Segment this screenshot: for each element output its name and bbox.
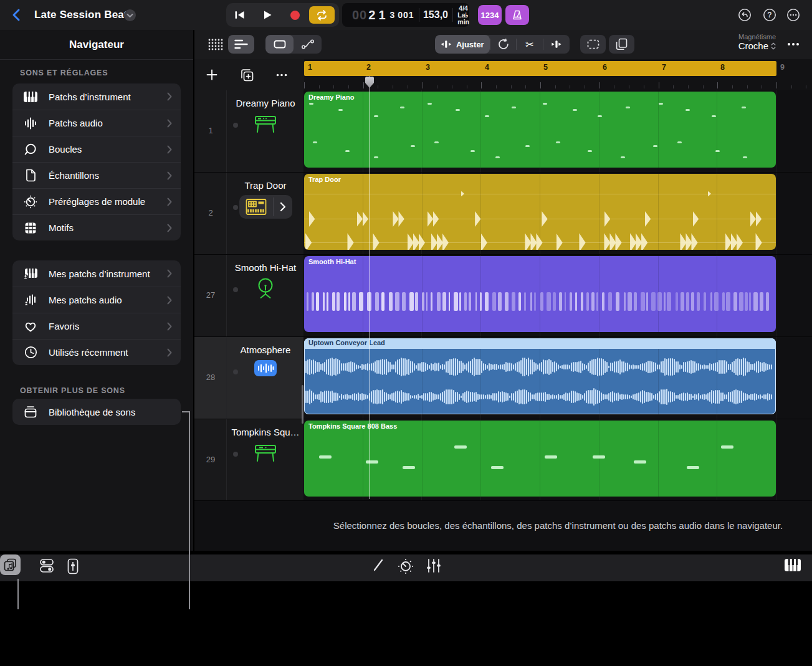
browser-icon <box>3 558 17 572</box>
open-instrument-chevron[interactable] <box>274 199 292 215</box>
copy-icon <box>616 38 628 50</box>
cycle-range[interactable] <box>304 61 776 76</box>
play-button[interactable] <box>254 3 281 27</box>
metronome-button[interactable] <box>505 5 529 25</box>
sidebar-title: Navigateur <box>0 39 193 51</box>
smart-controls-button[interactable] <box>40 558 54 573</box>
undo-button[interactable] <box>738 8 752 22</box>
keyboard-button[interactable] <box>784 558 801 572</box>
lcd-division: 3 <box>390 10 396 20</box>
snap-value: Croche <box>738 40 768 51</box>
marquee-select-button[interactable] <box>580 35 606 54</box>
go-to-beginning-button[interactable] <box>226 3 254 27</box>
track-number: 29 <box>194 455 227 464</box>
track-number: 28 <box>194 373 227 382</box>
audio-track-icon <box>227 359 303 377</box>
file-icon <box>21 169 40 182</box>
track-lanes: 1 Dreamy Piano Dreamy Piano 2 Trap Door <box>194 90 812 500</box>
sidebar-item-my-audio-patches[interactable]: Mes patchs audio <box>12 287 181 313</box>
item-label: Utilisés récemment <box>49 347 167 358</box>
track-number: 27 <box>194 290 227 300</box>
automation-mode-button[interactable] <box>294 35 322 54</box>
trim-tool-button[interactable]: Ajuster <box>435 35 490 54</box>
divide-tool-button[interactable] <box>543 35 570 54</box>
track-list-scrollbar[interactable] <box>302 385 303 424</box>
mixer-button[interactable] <box>426 558 441 573</box>
track-name: Dreamy Piano <box>227 98 303 108</box>
sidebar-item-plugin-presets[interactable]: Préréglages de module <box>12 188 181 214</box>
track-number: 1 <box>194 126 227 135</box>
lcd-bar: 2 <box>368 8 377 22</box>
add-track-button[interactable] <box>194 69 229 80</box>
sidebar-item-audio-patches[interactable]: Patchs audio <box>12 110 181 136</box>
sidebar-item-recently-used[interactable]: Utilisés récemment <box>12 339 181 365</box>
callout-line-browser-button <box>17 579 19 609</box>
track-list-more-button[interactable] <box>264 74 299 77</box>
region-trap-door[interactable]: Trap Door <box>304 174 776 250</box>
track-header-tompkins-square[interactable]: 29 Tompkins Squ… <box>194 419 303 501</box>
bar-number: 2 <box>366 63 371 72</box>
bar-ruler[interactable]: 1 2 3 4 5 6 7 8 9 <box>304 59 812 90</box>
divide-icon <box>551 39 562 49</box>
copy-button[interactable] <box>609 35 634 54</box>
track-view-button[interactable] <box>228 35 254 54</box>
drum-machine-button[interactable] <box>227 195 303 219</box>
drum-machine-icon <box>239 195 273 219</box>
regions-mode-button[interactable] <box>265 35 294 54</box>
trim-tool-label: Ajuster <box>456 40 484 49</box>
region-label: Uptown Conveyor Lead <box>308 339 385 346</box>
back-button[interactable] <box>10 7 25 22</box>
item-label: Bibliothèque de sons <box>49 407 181 417</box>
line-tool-icon <box>373 558 384 572</box>
more-options-button[interactable] <box>786 8 800 22</box>
loop-tool-button[interactable] <box>490 35 517 54</box>
knob-panel-button[interactable] <box>398 558 414 574</box>
project-title[interactable]: Late Session Beat <box>34 9 128 21</box>
track-number-column: 2 <box>194 173 227 254</box>
record-button[interactable] <box>281 3 308 27</box>
snap-control[interactable]: Magnétisme Croche <box>738 33 776 51</box>
count-in-button[interactable]: 1234 <box>478 5 502 25</box>
duplicate-track-button[interactable] <box>229 69 264 82</box>
sidebar-item-instrument-patches[interactable]: Patchs d’instrument <box>12 83 181 110</box>
region-uptown-conveyor-lead[interactable]: Uptown Conveyor Lead <box>304 338 776 414</box>
sidebar-item-my-instrument-patches[interactable]: Mes patchs d’instrument <box>12 260 181 287</box>
sidebar-item-sound-library[interactable]: Bibliothèque de sons <box>12 399 181 425</box>
chevron-up-down-icon <box>771 42 776 50</box>
fader-button[interactable] <box>67 558 79 574</box>
toolbar-more-button[interactable] <box>783 35 803 54</box>
sidebar-item-loops[interactable]: Boucles <box>12 136 181 162</box>
track-name: Smooth Hi-Hat <box>227 262 303 273</box>
my-patches-card: Mes patchs d’instrument Mes patchs audio… <box>12 260 181 365</box>
sidebar-item-favorites[interactable]: Favoris <box>12 313 181 339</box>
cycle-button[interactable] <box>309 6 335 24</box>
track-header-atmosphere[interactable]: 28 Atmosphere <box>194 337 303 419</box>
snap-label: Magnétisme <box>738 33 776 40</box>
track-header-trap-door[interactable]: 2 Trap Door <box>194 173 303 254</box>
track-header-dreamy-piano[interactable]: 1 Dreamy Piano <box>194 90 303 172</box>
region-dreamy-piano[interactable]: Dreamy Piano <box>304 92 776 168</box>
project-menu-button[interactable] <box>124 9 136 21</box>
browser-toggle-button[interactable] <box>0 554 21 575</box>
lcd-display[interactable]: 00 2 1 3 001 153,0 4/4 La♭ min <box>342 3 469 27</box>
split-tool-button[interactable]: ✂ <box>517 35 543 54</box>
region-tompkins-square-808-bass[interactable]: Tompkins Square 808 Bass <box>304 421 776 497</box>
track-number-column: 27 <box>194 255 227 336</box>
chevron-right-icon <box>167 145 172 154</box>
sidebar-item-patterns[interactable]: Motifs <box>12 214 181 240</box>
sidebar-item-samples[interactable]: Échantillons <box>12 162 181 188</box>
chevron-right-icon <box>167 322 172 331</box>
chevron-right-icon <box>167 92 172 101</box>
svg-text:?: ? <box>767 11 771 19</box>
pencil-tool-button[interactable] <box>373 558 384 572</box>
item-label: Préréglages de module <box>49 196 167 207</box>
item-label: Patchs d’instrument <box>49 92 167 102</box>
help-button[interactable]: ? <box>763 8 776 22</box>
lcd-key-signature: 4/4 La♭ min <box>457 5 469 26</box>
empty-area-hint: Sélectionnez des boucles, des échantillo… <box>304 500 812 551</box>
track-header-smooth-hi-hat[interactable]: 27 Smooth Hi-Hat <box>194 255 303 336</box>
region-smooth-hi-hat[interactable]: Smooth Hi-Hat <box>304 256 776 332</box>
tool-segment: Ajuster ✂ <box>435 35 570 54</box>
browser-sidebar: Navigateur SONS ET RÉGLAGES Patchs d’ins… <box>0 30 193 551</box>
zoom-grid-button[interactable] <box>203 35 228 54</box>
